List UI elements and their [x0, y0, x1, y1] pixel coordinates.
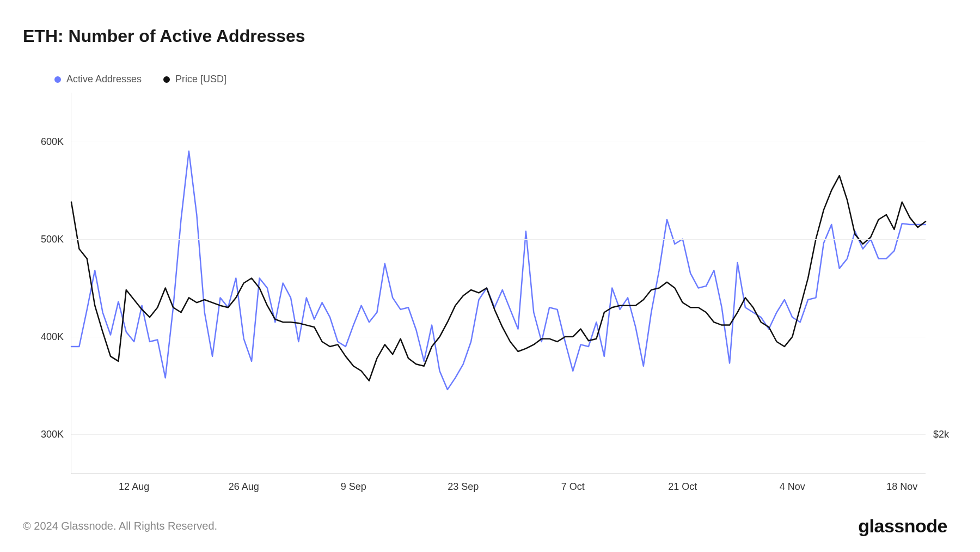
- copyright-text: © 2024 Glassnode. All Rights Reserved.: [23, 520, 217, 532]
- y-axis-tick: 600K: [41, 136, 71, 147]
- y-axis-tick: 300K: [41, 429, 71, 440]
- chart-svg: [71, 93, 926, 474]
- legend: Active Addresses Price [USD]: [54, 74, 226, 85]
- gridline: [71, 434, 926, 435]
- x-axis-tick: 7 Oct: [561, 474, 585, 493]
- legend-dot-icon: [54, 76, 61, 83]
- y-axis-tick: 500K: [41, 233, 71, 245]
- y2-axis-tick: $2k: [926, 429, 949, 440]
- series-line-price-usd-: [71, 175, 926, 380]
- gridline: [71, 142, 926, 142]
- legend-label: Price [USD]: [175, 74, 226, 85]
- x-axis-tick: 21 Oct: [668, 474, 697, 493]
- x-axis-tick: 23 Sep: [448, 474, 479, 493]
- x-axis-tick: 12 Aug: [119, 474, 149, 493]
- legend-dot-icon: [163, 76, 170, 83]
- legend-item-price: Price [USD]: [163, 74, 226, 85]
- x-axis-tick: 9 Sep: [341, 474, 366, 493]
- chart-plot-area: 300K400K500K600K$2k12 Aug26 Aug9 Sep23 S…: [71, 93, 926, 474]
- legend-label: Active Addresses: [66, 74, 142, 85]
- gridline: [71, 239, 926, 240]
- gridline: [71, 337, 926, 337]
- x-axis-tick: 26 Aug: [229, 474, 259, 493]
- series-line-active-addresses: [71, 151, 926, 390]
- legend-item-active-addresses: Active Addresses: [54, 74, 142, 85]
- chart-title: ETH: Number of Active Addresses: [23, 26, 305, 46]
- y-axis-tick: 400K: [41, 331, 71, 343]
- x-axis-tick: 18 Nov: [886, 474, 917, 493]
- x-axis-tick: 4 Nov: [780, 474, 805, 493]
- brand-logo: glassnode: [858, 515, 947, 537]
